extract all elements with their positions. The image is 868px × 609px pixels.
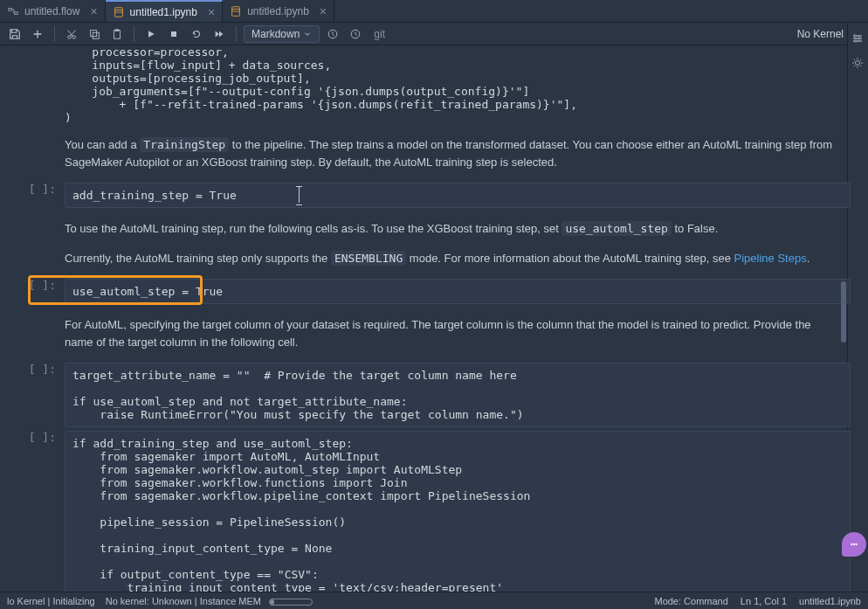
markdown-cell[interactable]: For AutoML, specifying the target column…	[65, 316, 833, 350]
svg-rect-7	[93, 32, 99, 38]
svg-point-13	[853, 35, 855, 37]
tab-notebook-1[interactable]: untitled1.ipynb ×	[106, 0, 224, 22]
svg-point-17	[851, 543, 852, 545]
cell-code[interactable]: add_training_step = True	[72, 189, 237, 202]
cell-prompt: [ ]:	[9, 363, 65, 427]
svg-point-15	[854, 40, 856, 42]
markdown-cell[interactable]: To use the AutoML training step, run the…	[65, 220, 833, 238]
code-cell-highlighted[interactable]: [ ]: use_automl_step = True	[9, 279, 851, 304]
code-cell[interactable]: [ ]: if add_training_step and use_automl…	[9, 431, 851, 592]
notebook-viewport[interactable]: processor=processor, inputs=[flow_input]…	[0, 45, 868, 592]
add-cell-button[interactable]	[28, 24, 47, 44]
stop-button[interactable]	[164, 24, 183, 44]
svg-rect-10	[171, 31, 176, 37]
close-icon[interactable]: ×	[208, 5, 215, 19]
cell-prompt: [ ]:	[9, 183, 65, 208]
inline-code: ENSEMBLING	[331, 251, 406, 266]
divider	[134, 26, 134, 42]
git-label[interactable]: git	[374, 28, 385, 40]
markdown-cell[interactable]: Currently, the AutoML training step only…	[65, 250, 833, 267]
chevron-down-icon	[303, 30, 312, 38]
svg-rect-0	[9, 8, 12, 10]
fast-forward-button[interactable]	[210, 24, 229, 44]
inline-code: TrainingStep	[140, 137, 229, 152]
svg-rect-6	[91, 30, 97, 36]
cut-button[interactable]	[62, 24, 81, 44]
status-mode[interactable]: Mode: Command	[654, 596, 727, 606]
cell-prompt: [ ]:	[9, 279, 65, 304]
code-fragment-top: processor=processor, inputs=[flow_input]…	[65, 45, 859, 124]
notebook-toolbar: Markdown git No Kernel	[0, 23, 868, 45]
memory-bar	[269, 599, 313, 606]
svg-rect-8	[114, 30, 121, 38]
cell-code[interactable]: target_attribute_name = "" # Provide the…	[72, 369, 843, 421]
notebook-icon	[113, 6, 125, 18]
code-cell[interactable]: [ ]: target_attribute_name = "" # Provid…	[9, 363, 851, 427]
status-cursor[interactable]: Ln 1, Col 1	[741, 596, 787, 606]
markdown-cell[interactable]: You can add a TrainingStep to the pipeli…	[65, 136, 833, 170]
text-cursor	[299, 186, 300, 203]
chat-icon	[848, 538, 860, 550]
svg-point-14	[858, 38, 859, 39]
paste-button[interactable]	[107, 24, 127, 44]
cell-code[interactable]: use_automl_step = True	[72, 285, 223, 298]
restart-button[interactable]	[187, 24, 206, 44]
dropdown-label: Markdown	[251, 28, 300, 40]
status-filename[interactable]: untitled1.ipynb	[799, 596, 861, 606]
notebook-icon	[230, 5, 242, 17]
tab-flow[interactable]: untitled.flow ×	[0, 0, 106, 22]
svg-point-18	[853, 543, 855, 545]
chat-fab[interactable]	[842, 532, 866, 557]
status-bar: lo Kernel | Initializing No kernel: Unkn…	[0, 592, 868, 609]
close-icon[interactable]: ×	[90, 4, 97, 18]
cell-prompt: [ ]:	[9, 431, 65, 592]
flow-icon	[7, 5, 19, 17]
save-button[interactable]	[5, 24, 24, 44]
tab-notebook-2[interactable]: untitled.ipynb ×	[223, 0, 334, 22]
kernel-label: No Kernel	[797, 28, 844, 40]
divider	[54, 26, 55, 42]
copy-button[interactable]	[85, 24, 104, 44]
inline-code: use_automl_step	[561, 221, 671, 236]
clock-button[interactable]	[323, 24, 342, 44]
tab-bar: untitled.flow × untitled1.ipynb × untitl…	[0, 0, 868, 23]
scrollbar-thumb[interactable]	[841, 281, 846, 343]
tab-label: untitled1.ipynb	[130, 6, 197, 18]
code-cell[interactable]: [ ]: add_training_step = True	[9, 183, 851, 208]
svg-point-19	[855, 543, 857, 545]
status-kernel-mem[interactable]: No kernel: Unknown | Instance MEM	[106, 596, 313, 606]
cell-type-dropdown[interactable]: Markdown	[244, 25, 320, 43]
run-button[interactable]	[141, 24, 161, 44]
pipeline-steps-link[interactable]: Pipeline Steps	[734, 252, 807, 265]
tab-label: untitled.flow	[24, 5, 79, 17]
svg-rect-1	[15, 11, 18, 14]
status-kernel-init[interactable]: lo Kernel | Initializing	[7, 596, 95, 606]
divider	[236, 26, 237, 42]
schedule-button[interactable]	[346, 24, 365, 44]
close-icon[interactable]: ×	[320, 4, 327, 18]
tab-label: untitled.ipynb	[247, 5, 309, 17]
cell-code[interactable]: if add_training_step and use_automl_step…	[72, 437, 843, 592]
